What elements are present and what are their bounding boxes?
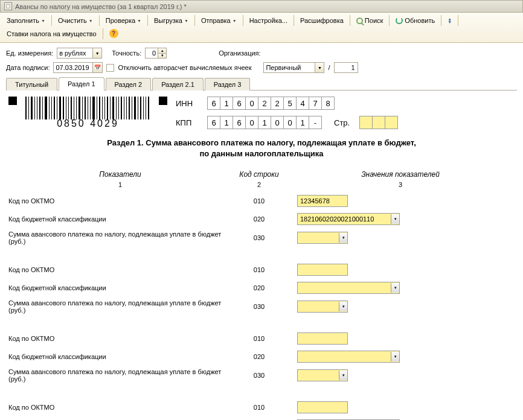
digit-cell[interactable]: 6: [233, 97, 246, 110]
chevron-down-icon[interactable]: ▾: [391, 352, 399, 361]
digit-cell[interactable]: 1: [258, 116, 271, 129]
tab-section2[interactable]: Раздел 2: [106, 78, 152, 91]
expand-icon: ▲▼: [448, 18, 452, 24]
digit-cell[interactable]: 1: [296, 116, 309, 129]
tab-section3[interactable]: Раздел 3: [205, 78, 251, 91]
chevron-down-icon[interactable]: ▼: [315, 63, 324, 72]
value-input[interactable]: [297, 264, 348, 276]
page-label: Стр.: [334, 118, 350, 127]
value-input[interactable]: ▾: [297, 232, 348, 244]
digit-cell[interactable]: 7: [309, 97, 322, 110]
digit-cell[interactable]: 1: [220, 116, 233, 129]
table-row: Код по ОКТМО010: [8, 401, 515, 414]
setup-button[interactable]: Настройка...: [245, 14, 292, 27]
table-row: Код по ОКТМО010: [8, 332, 515, 345]
inn-label: ИНН: [176, 99, 200, 108]
digit-cell[interactable]: 2: [258, 97, 271, 110]
fill-button[interactable]: Заполнить▼: [2, 14, 50, 27]
rates-button[interactable]: Ставки налога на имущество: [2, 28, 101, 40]
doc-type-combo[interactable]: ▼: [263, 62, 324, 73]
digit-cell[interactable]: -: [309, 116, 322, 129]
upload-button[interactable]: Выгрузка▼: [150, 14, 193, 27]
chevron-down-icon[interactable]: ▾: [391, 283, 399, 293]
sign-date-field[interactable]: 📅: [53, 62, 103, 73]
kpp-label: КПП: [176, 118, 200, 127]
table-row: Код по ОКТМО010: [8, 263, 515, 276]
disable-calc-checkbox[interactable]: [106, 64, 114, 72]
tab-section1[interactable]: Раздел 1: [59, 77, 104, 91]
help-icon: ?: [109, 29, 118, 38]
unit-input[interactable]: [57, 48, 92, 58]
digit-cell[interactable]: 4: [296, 97, 309, 110]
digit-cell[interactable]: [359, 116, 373, 129]
digit-cell[interactable]: 6: [207, 97, 220, 110]
row-label: Сумма авансового платежа по налогу, подл…: [8, 231, 232, 245]
digit-cell[interactable]: 6: [207, 116, 220, 129]
digit-cell[interactable]: 2: [271, 97, 284, 110]
chevron-down-icon[interactable]: ▾: [339, 302, 347, 311]
spin-down-icon[interactable]: ▼: [158, 54, 166, 59]
digit-cell[interactable]: 1: [220, 97, 233, 110]
digit-cell[interactable]: 5: [283, 97, 297, 110]
row-label: Код по ОКТМО: [8, 266, 232, 273]
digit-cell[interactable]: [372, 116, 385, 129]
section-title: Раздел 1. Сумма авансового платежа по на…: [33, 138, 490, 159]
clear-button[interactable]: Очистить▼: [54, 14, 97, 27]
digit-cell[interactable]: 0: [245, 116, 258, 129]
marker-icon: [8, 97, 17, 105]
marker-icon: [159, 97, 167, 105]
chevron-down-icon[interactable]: ▾: [391, 214, 399, 224]
tab-title[interactable]: Титульный: [6, 78, 57, 91]
value-input[interactable]: 12345678: [297, 195, 348, 207]
value-input[interactable]: ▾: [297, 351, 400, 363]
slash-label: /: [328, 64, 330, 71]
chevron-down-icon[interactable]: ▼: [92, 48, 101, 58]
sign-date-input[interactable]: [54, 63, 92, 72]
row-code: 010: [232, 335, 286, 342]
window-titlebar: Авансы по налогу на имущество (за 1 квар…: [0, 0, 523, 13]
spin-up-icon[interactable]: ▲: [158, 48, 166, 54]
precision-input[interactable]: [146, 48, 158, 58]
digit-cell[interactable]: 0: [283, 116, 297, 129]
digit-cell[interactable]: 8: [321, 97, 335, 110]
correction-number[interactable]: 1: [334, 62, 358, 73]
search-button[interactable]: Поиск: [352, 14, 387, 27]
inn-cells[interactable]: 6160225478: [207, 97, 335, 110]
table-row: Код по ОКТМО01012345678: [8, 194, 515, 208]
digit-cell[interactable]: 6: [233, 116, 246, 129]
row-label: Код по ОКТМО: [8, 197, 232, 205]
value-input[interactable]: [297, 332, 348, 345]
row-label: Код бюджетной классификации: [8, 353, 232, 360]
value-input[interactable]: [297, 401, 348, 413]
value-input[interactable]: ▾: [297, 282, 400, 294]
digit-cell[interactable]: [385, 116, 398, 129]
help-button[interactable]: ?: [105, 27, 123, 40]
kpp-cells[interactable]: 61601001-: [207, 116, 322, 129]
table-row: Сумма авансового платежа по налогу, подл…: [8, 299, 515, 314]
chevron-down-icon[interactable]: ▾: [339, 233, 347, 243]
send-button[interactable]: Отправка▼: [197, 14, 241, 27]
unit-combo[interactable]: ▼: [57, 48, 102, 59]
chevron-down-icon[interactable]: ▾: [339, 371, 347, 380]
doc-type-input[interactable]: [264, 63, 315, 72]
value-text: 18210602020021000110: [300, 215, 374, 223]
row-label: Код по ОКТМО: [8, 404, 232, 411]
tab-section21[interactable]: Раздел 2.1: [152, 78, 204, 91]
precision-spin[interactable]: ▲▼: [145, 48, 167, 59]
value-input[interactable]: ▾: [297, 369, 348, 381]
digit-cell[interactable]: 0: [271, 116, 284, 129]
digit-cell[interactable]: 0: [245, 97, 258, 110]
page-cells[interactable]: [359, 116, 398, 129]
refresh-button[interactable]: Обновить: [391, 14, 439, 27]
check-button[interactable]: Проверка▼: [101, 14, 146, 27]
precision-label: Точность:: [112, 49, 141, 57]
value-input[interactable]: 18210602020021000110▾: [297, 213, 400, 225]
table-row: Код бюджетной классификации020▾: [8, 350, 515, 363]
org-label: Организация:: [219, 49, 260, 57]
chevron-down-icon: ▼: [137, 19, 141, 23]
decode-button[interactable]: Расшифровка: [296, 14, 348, 27]
barcode: 0850 4029: [25, 97, 150, 129]
expand-button[interactable]: ▲▼: [443, 15, 456, 26]
calendar-icon[interactable]: 📅: [92, 63, 102, 72]
value-input[interactable]: ▾: [297, 301, 348, 313]
